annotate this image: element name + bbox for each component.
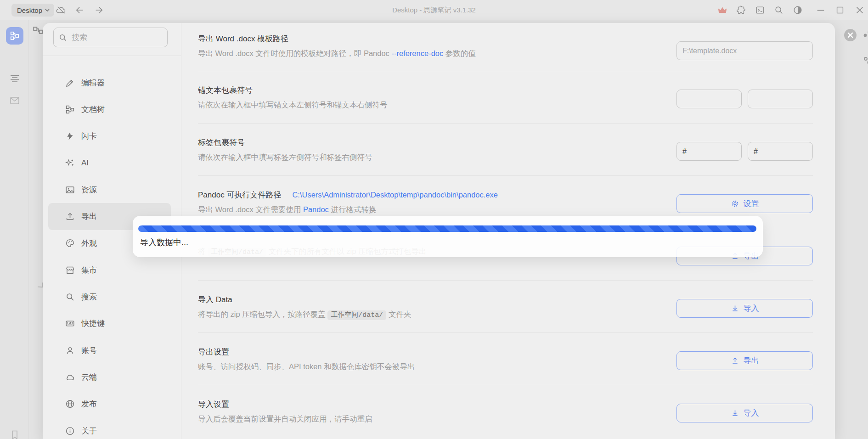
nav-label: 快捷键	[81, 318, 105, 329]
dock-doc-tree-active[interactable]	[6, 27, 23, 45]
nav-label: 账号	[81, 345, 97, 356]
nav-label: 编辑器	[81, 78, 105, 88]
vip-crown-icon[interactable]	[717, 5, 728, 16]
setting-row-anchor-symbols: 锚文本包裹符号 请依次在输入框中填写锚文本左侧符号和锚文本右侧符号	[181, 71, 835, 124]
import-settings-button[interactable]: 导入	[676, 404, 813, 422]
nav-item-account[interactable]: 账号	[48, 337, 171, 364]
nav-label: 集市	[81, 265, 97, 276]
nav-item-search[interactable]: 搜索	[48, 283, 171, 310]
setting-row-export-settings: 导出设置 账号、访问授权码、同步、API token 和数据仓库密钥不会被导出 …	[181, 333, 835, 385]
setting-row-tag-symbols: 标签包裹符号 请依次在输入框中填写标签左侧符号和标签右侧符号	[181, 124, 835, 176]
upload-icon	[65, 212, 75, 222]
back-icon[interactable]	[74, 5, 85, 16]
search-icon	[65, 292, 75, 302]
right-dock	[854, 20, 868, 439]
setting-row-docx-template: 导出 Word .docx 模板路径 导出 Word .docx 文件时使用的模…	[181, 23, 835, 71]
minimize-icon[interactable]	[815, 5, 826, 16]
nav-item-editor[interactable]: 编辑器	[48, 69, 171, 96]
nav-label: 云端	[81, 372, 97, 383]
progress-message: 导入数据中...	[140, 237, 756, 248]
dock-inbox-icon[interactable]	[9, 95, 21, 107]
progress-bar	[138, 225, 756, 232]
keyboard-icon	[65, 319, 75, 329]
settings-search[interactable]	[53, 28, 168, 47]
cloud-icon	[65, 372, 75, 382]
nav-label: 关于	[81, 426, 97, 436]
anchor-left-input[interactable]	[676, 90, 742, 108]
workspace-data-badge: 工作空间/data/	[327, 310, 386, 320]
docx-template-input[interactable]	[676, 41, 813, 60]
nav-item-doc-tree[interactable]: 文档树	[48, 96, 171, 123]
nav-item-cloud[interactable]: 云端	[48, 364, 171, 390]
search-icon	[58, 33, 68, 42]
nav-item-hotkeys[interactable]: 快捷键	[48, 310, 171, 337]
nav-item-bazaar[interactable]: 集市	[48, 257, 171, 283]
anchor-right-input[interactable]	[748, 90, 813, 108]
search-input[interactable]	[72, 33, 154, 42]
progress-overlay: 导入数据中...	[133, 216, 763, 257]
nav-item-assets[interactable]: 资源	[48, 176, 171, 203]
nav-label: 搜索	[81, 292, 97, 302]
maximize-icon[interactable]	[834, 5, 845, 16]
sidebar-divider	[43, 56, 181, 56]
left-dock	[0, 20, 28, 439]
workspace-switcher[interactable]: Desktop	[11, 4, 54, 17]
doc-tree-icon	[65, 104, 75, 114]
nav-item-ai[interactable]: AI	[48, 150, 171, 176]
pandoc-path-link[interactable]: C:\Users\Administrator\Desktop\temp\pand…	[292, 191, 498, 199]
nav-label: AI	[81, 158, 89, 168]
palette-icon	[65, 238, 75, 248]
reference-doc-link[interactable]: --reference-doc	[391, 49, 443, 57]
import-data-button[interactable]: 导入	[676, 299, 813, 318]
export-settings-button[interactable]: 导出	[676, 351, 813, 370]
nav-label: 外观	[81, 238, 97, 248]
right-dock-partial-icon-2[interactable]	[863, 55, 868, 67]
tag-right-input[interactable]	[748, 142, 813, 161]
search-icon[interactable]	[773, 5, 784, 16]
pandoc-link[interactable]: Pandoc	[303, 205, 329, 214]
nav-label: 闪卡	[81, 131, 97, 141]
lightning-icon	[65, 131, 75, 141]
dialog-close-button[interactable]	[844, 29, 857, 41]
pencil-icon	[65, 78, 75, 88]
storefront-icon	[65, 265, 75, 275]
nav-item-flashcard[interactable]: 闪卡	[48, 123, 171, 150]
plugin-icon[interactable]	[736, 5, 747, 16]
forward-icon[interactable]	[93, 5, 104, 16]
close-window-icon[interactable]	[854, 5, 865, 16]
chevron-down-icon	[45, 9, 50, 12]
globe-icon	[65, 399, 75, 409]
nav-item-about[interactable]: 关于	[48, 417, 171, 439]
image-icon	[65, 185, 75, 195]
cloud-off-icon[interactable]	[56, 5, 67, 16]
setting-row-import-settings: 导入设置 导入后会覆盖当前设置并自动关闭应用，请手动重启 导入	[181, 385, 835, 438]
sparkles-icon	[65, 158, 75, 168]
info-icon	[65, 426, 75, 436]
person-icon	[65, 345, 75, 355]
nav-label: 导出	[81, 211, 97, 222]
nav-label: 文档树	[81, 104, 105, 115]
workspace-label: Desktop	[17, 6, 42, 14]
tag-left-input[interactable]	[676, 142, 742, 161]
dock-bookmark-icon[interactable]	[9, 429, 21, 439]
pandoc-set-button[interactable]: 设置	[676, 194, 813, 213]
terminal-icon[interactable]	[755, 5, 766, 16]
theme-mode-icon[interactable]	[792, 5, 803, 16]
nav-item-publish[interactable]: 发布	[48, 391, 171, 417]
setting-row-import-data: 导入 Data 将导出的 zip 压缩包导入，按路径覆盖 工作空间/data/ …	[181, 281, 835, 333]
right-dock-partial-icon[interactable]	[862, 30, 868, 43]
nav-label: 发布	[81, 399, 97, 409]
dock-outline-icon[interactable]	[9, 73, 21, 84]
titlebar: Desktop Desktop - 思源笔记 v3.1.32	[0, 0, 868, 20]
nav-label: 资源	[81, 185, 97, 195]
